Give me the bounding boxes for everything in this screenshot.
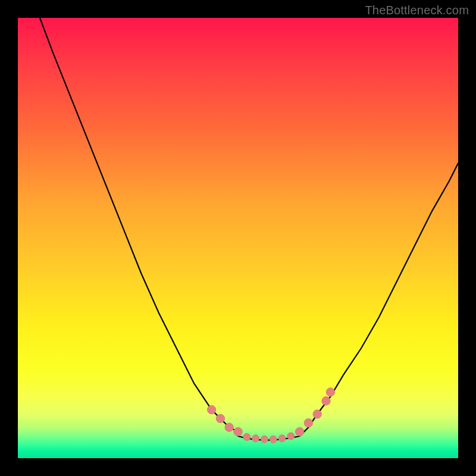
- curve-marker: [304, 419, 312, 427]
- curve-marker: [234, 427, 242, 436]
- curve-marker: [225, 423, 233, 431]
- curve-marker: [287, 433, 295, 440]
- plot-area: [18, 18, 458, 458]
- marker-group: [207, 388, 334, 443]
- chart-frame: TheBottleneck.com: [0, 0, 476, 476]
- curve-marker: [313, 410, 321, 418]
- curve-marker: [270, 436, 277, 443]
- curve-marker: [322, 397, 330, 405]
- curve-marker: [326, 388, 334, 396]
- watermark-text: TheBottleneck.com: [365, 4, 469, 17]
- curve-marker: [252, 435, 259, 442]
- bottleneck-curve: [40, 18, 458, 440]
- curve-marker: [278, 435, 286, 442]
- curve-marker: [207, 405, 215, 414]
- curve-marker: [216, 414, 224, 422]
- bottleneck-curve-svg: [18, 18, 458, 458]
- curve-marker: [295, 427, 303, 436]
- curve-marker: [243, 434, 250, 441]
- curve-marker: [261, 436, 268, 443]
